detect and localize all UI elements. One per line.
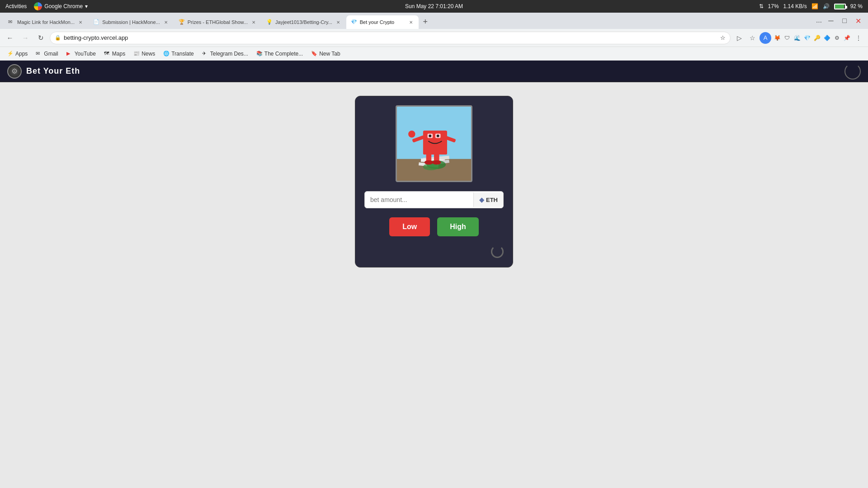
tab-submission[interactable]: 📄 Submission | HackMone... ✕ [89,15,174,29]
tab-github[interactable]: 💡 Jayjeet1013/Betting-Cry... ✕ [262,15,346,29]
sound-icon: 🔊 [823,3,830,9]
ext-icon-3[interactable]: 🌊 [793,33,802,42]
app-logo: ⚙ [7,64,22,79]
star-icon[interactable]: ☆ [720,34,726,41]
bet-image [397,107,471,181]
bet-image-container [396,105,472,182]
os-datetime: Sun May 22 7:01:20 AM [405,3,463,9]
new-tab-button[interactable]: + [419,15,432,28]
back-button[interactable]: ← [4,32,16,44]
loading-spinner [491,245,504,258]
os-right: ⇅ 17% 1.14 KB/s 📶 🔊 92 % [759,3,863,9]
ext-icon-2[interactable]: 🛡 [783,33,792,42]
eth-badge: ◆ ETH [473,192,503,207]
window-controls: ─ □ ✕ [825,14,864,29]
lock-icon: 🔒 [55,35,61,41]
tab-bar-controls: ⋯ [813,16,824,29]
ext-icon-7[interactable]: ⚙ [832,33,841,42]
tab-label-5: Bet your Crypto [360,19,394,25]
cast-button[interactable]: ▷ [733,32,745,44]
tab-prizes[interactable]: 🏆 Prizes - ETHGlobal Show... ✕ [174,15,261,29]
bet-input-row: ◆ ETH [364,191,504,208]
bookmarks-bar: ⚡ Apps ✉ Gmail ▶ YouTube 🗺 Maps 📰 News 🌐… [0,47,868,61]
app-title: Bet Your Eth [26,66,80,76]
maximize-button[interactable]: □ [838,14,851,27]
tab-bar: ✉ Magic Link for HackMon... ✕ 📄 Submissi… [0,13,868,29]
bookmark-youtube[interactable]: ▶ YouTube [63,49,99,59]
chrome-icon [34,2,42,10]
battery-bar [834,4,846,9]
browser-name: Google Chrome [44,3,83,9]
network-speed: 1.14 KB/s [783,3,807,9]
bet-amount-input[interactable] [365,192,473,208]
translate-icon: 🌐 [163,51,170,57]
bookmark-gmail[interactable]: ✉ Gmail [32,49,61,59]
bookmark-newtab[interactable]: 🔖 New Tab [307,49,344,59]
bookmark-maps-label: Maps [112,51,125,57]
tab-close-2[interactable]: ✕ [163,19,169,25]
toolbar-actions: ▷ ☆ A 🦊 🛡 🌊 💎 🔑 🔷 ⚙ 📌 ⋮ [733,32,864,44]
close-button[interactable]: ✕ [852,14,864,27]
minimize-button[interactable]: ─ [825,14,837,27]
bookmark-maps[interactable]: 🗺 Maps [100,49,129,59]
ext-icon-5[interactable]: 🔑 [812,33,821,42]
svg-point-15 [408,131,415,137]
activities-label[interactable]: Activities [5,3,27,9]
ext-icon-8[interactable]: 📌 [842,33,851,42]
eth-diamond-icon: ◆ [479,196,484,203]
tab-label-4: Jayjeet1013/Betting-Cry... [275,19,332,25]
newtab-icon: 🔖 [311,51,317,57]
betting-card: ◆ ETH Low High [355,96,513,267]
bookmark-apps-label: Apps [15,51,28,57]
tab-close-4[interactable]: ✕ [335,19,341,25]
tab-favicon-1: ✉ [8,19,14,25]
chrome-window: ✉ Magic Link for HackMon... ✕ 📄 Submissi… [0,13,868,488]
tab-close-1[interactable]: ✕ [77,19,84,25]
chrome-indicator[interactable]: Google Chrome ▾ [34,2,88,10]
bookmark-telegram[interactable]: ✈ Telegram Des... [198,49,252,59]
forward-button[interactable]: → [19,32,32,44]
high-button[interactable]: High [437,217,479,236]
ext-icon-1[interactable]: 🦊 [773,33,782,42]
bookmark-gmail-label: Gmail [44,51,58,57]
logo-icon: ⚙ [11,67,18,75]
bookmark-star[interactable]: ☆ [746,32,758,44]
eth-label: ETH [486,197,498,203]
bookmark-complete[interactable]: 📚 The Complete... [253,49,307,59]
svg-point-11 [429,135,431,137]
bookmark-news[interactable]: 📰 News [130,49,159,59]
tab-close-5[interactable]: ✕ [408,19,414,25]
apps-icon: ⚡ [7,51,14,57]
complete-icon: 📚 [256,51,263,57]
tab-magic-link[interactable]: ✉ Magic Link for HackMon... ✕ [4,15,88,29]
cpu-pct: 17% [768,3,779,9]
svg-point-12 [437,135,439,137]
gmail-icon: ✉ [36,51,42,57]
reload-button[interactable]: ↻ [34,32,47,44]
address-bar[interactable]: 🔒 betting-crypto.vercel.app ☆ [50,32,731,44]
tab-label-2: Submission | HackMone... [102,19,160,25]
menu-button[interactable]: ⋮ [853,32,864,44]
tab-favicon-5: 💎 [351,19,357,25]
network-icon: ⇅ [759,3,764,9]
youtube-icon: ▶ [66,51,73,57]
tab-label-3: Prizes - ETHGlobal Show... [188,19,248,25]
ext-icon-4[interactable]: 💎 [802,33,811,42]
ext-icon-6[interactable]: 🔷 [822,33,831,42]
bookmark-translate[interactable]: 🌐 Translate [160,49,198,59]
bookmark-translate-label: Translate [171,51,194,57]
tab-search-button[interactable]: ⋯ [813,16,824,27]
bookmark-apps[interactable]: ⚡ Apps [4,49,31,59]
tab-favicon-4: 💡 [266,19,273,25]
svg-rect-8 [423,131,447,155]
low-button[interactable]: Low [389,217,430,236]
tab-bet-crypto[interactable]: 💎 Bet your Crypto ✕ [346,15,419,29]
tab-close-3[interactable]: ✕ [250,19,257,25]
profile-button[interactable]: A [760,32,771,44]
tab-favicon-3: 🏆 [179,19,185,25]
dropdown-arrow[interactable]: ▾ [85,3,88,9]
bookmark-youtube-label: YouTube [75,51,96,57]
header-spinner [844,63,861,80]
bookmark-news-label: News [142,51,155,57]
toolbar: ← → ↻ 🔒 betting-crypto.vercel.app ☆ ▷ ☆ … [0,29,868,47]
